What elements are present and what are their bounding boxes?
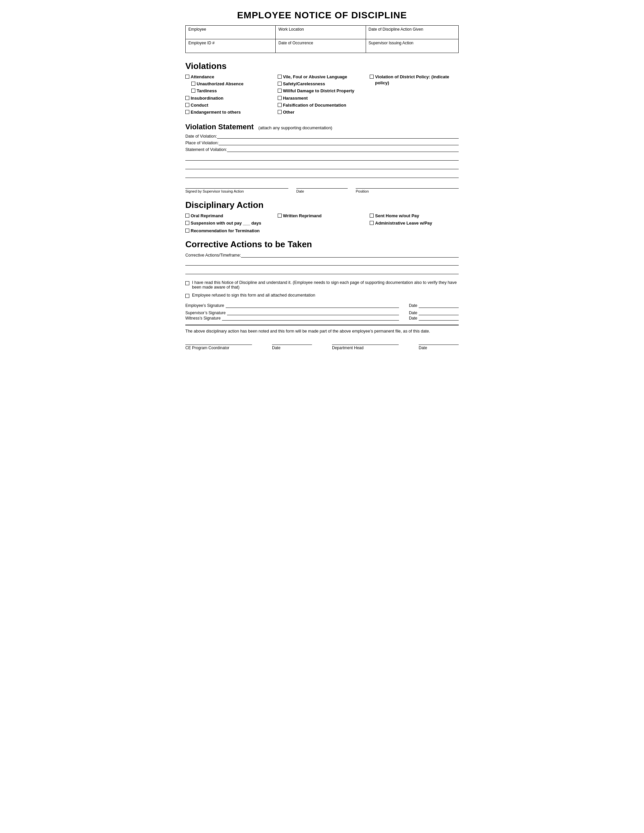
employee-sig-row: Employee’s Signature Date: [185, 302, 459, 308]
supervisor-sig-date: Date: [409, 310, 459, 315]
violation-statement-section: Violation Statement (attach any supporti…: [185, 122, 459, 193]
violation-conduct: Conduct: [185, 102, 274, 108]
vs-title: Violation Statement (attach any supporti…: [185, 122, 459, 131]
supervisor-signature-row: Signed by Supervisor Issuing Action Date…: [185, 183, 459, 193]
checkbox-tardiness[interactable]: [192, 88, 195, 93]
checkbox-sent-home[interactable]: [370, 214, 374, 217]
disciplinary-action-section: Disciplinary Action Oral Reprimand Suspe…: [185, 200, 459, 234]
notice-refused: Employee refused to sign this form and a…: [185, 293, 459, 298]
dept-date-block: Date: [419, 339, 459, 350]
checkbox-insubordination[interactable]: [185, 96, 189, 100]
violations-col3: Violation of District Policy: (indicate …: [370, 74, 459, 115]
date-of-violation-field: Date of Violation:: [185, 133, 459, 138]
violation-endangerment: Endangerment to others: [185, 109, 274, 115]
footer-sig-row: CE Program Coordinator Date Department H…: [185, 339, 459, 350]
violation-falsification: Falsification of Documentation: [278, 102, 367, 108]
disc-col3: Sent Home w/out Pay Administrative Leave…: [370, 213, 459, 234]
violation-willful-damage: Willful Damage to District Property: [278, 88, 367, 94]
violation-unauthorized: Unauthorized Absence: [192, 81, 274, 87]
page-title: EMPLOYEE NOTICE OF DISCIPLINE: [185, 10, 459, 21]
supervisor-date-block: Date: [296, 183, 348, 193]
disc-oral-reprimand: Oral Reprimand: [185, 213, 274, 219]
signatures-section: Employee’s Signature Date Supervisor’s S…: [185, 302, 459, 320]
disc-written-reprimand: Written Reprimand: [278, 213, 367, 219]
violation-vile-language: Vile, Foul or Abusive Language: [278, 74, 367, 80]
corrective-actions-section: Corrective Actions to be Taken Correctiv…: [185, 239, 459, 274]
checkbox-termination[interactable]: [185, 228, 189, 233]
statement-of-violation-field: Statement of Voilation:: [185, 146, 459, 152]
employee-label: Employee: [186, 26, 276, 39]
checkbox-suspension[interactable]: [185, 221, 189, 225]
checkbox-read-notice[interactable]: [185, 281, 189, 285]
violation-other: Other: [278, 109, 367, 115]
checkbox-district-policy[interactable]: [370, 75, 374, 79]
checkbox-other[interactable]: [278, 110, 282, 114]
footer-section: The above disciplinary action has been n…: [185, 325, 459, 351]
violations-col1: Attendance Unauthorized Absence Tardines…: [185, 74, 274, 115]
checkbox-falsification[interactable]: [278, 103, 282, 107]
ce-coordinator-block: CE Program Coordinator: [185, 339, 252, 350]
date-discipline-label: Date of Discipline Action Given: [365, 26, 458, 39]
ce-date-block: Date: [272, 339, 312, 350]
supervisor-position-block: Position: [356, 183, 459, 193]
supervisor-sig-row-2: Supervisor’s Signature Date: [185, 310, 459, 315]
violation-district-policy: Violation of District Policy: (indicate …: [370, 74, 459, 86]
disciplinary-title: Disciplinary Action: [185, 200, 459, 210]
work-location-label: Work Location: [276, 26, 365, 39]
notice-read: I have read this Notice of Discipline an…: [185, 280, 459, 289]
violation-tardiness: Tardiness: [192, 88, 274, 94]
notice-section: I have read this Notice of Discipline an…: [185, 280, 459, 298]
checkbox-refused[interactable]: [185, 294, 189, 298]
corrective-lines: [185, 259, 459, 274]
header-table: Employee Work Location Date of Disciplin…: [185, 25, 459, 53]
checkbox-harassment[interactable]: [278, 96, 282, 100]
place-of-violation-field: Place of Violation:: [185, 140, 459, 145]
supervisor-sig-block: Signed by Supervisor Issuing Action: [185, 183, 288, 193]
violation-harassment: Harassment: [278, 95, 367, 101]
checkbox-willful[interactable]: [278, 88, 282, 93]
violation-statement-lines: [185, 154, 459, 178]
disc-col2: Written Reprimand: [278, 213, 367, 234]
disc-col1: Oral Reprimand Suspension with out pay _…: [185, 213, 274, 234]
violations-section: Violations Attendance Unauthorized Absen…: [185, 61, 459, 115]
date-occurrence-label: Date of Occurrence: [276, 39, 365, 53]
disc-sent-home: Sent Home w/out Pay: [370, 213, 459, 219]
disc-admin-leave: Administrative Leave w/Pay: [370, 220, 459, 226]
corrective-field: Corrective Actions/Timeframe:: [185, 252, 459, 257]
witness-sig-row: Witness’s Signature Date: [185, 315, 459, 320]
violation-insubordination: Insubordination: [185, 95, 274, 101]
violations-col2: Vile, Foul or Abusive Language Safety/Ca…: [278, 74, 367, 115]
checkbox-written-reprimand[interactable]: [278, 214, 282, 217]
dept-head-block: Department Head: [332, 339, 399, 350]
violation-attendance: Attendance: [185, 74, 274, 80]
checkbox-safety[interactable]: [278, 82, 282, 86]
checkbox-vile[interactable]: [278, 75, 282, 79]
disciplinary-items: Oral Reprimand Suspension with out pay _…: [185, 213, 459, 234]
violations-title: Violations: [185, 61, 459, 71]
supervisor-label: Supervisor Issuing Action: [365, 39, 458, 53]
checkbox-attendance[interactable]: [185, 75, 189, 79]
witness-sig-name: Witness’s Signature: [185, 315, 399, 320]
corrective-title: Corrective Actions to be Taken: [185, 239, 459, 249]
checkbox-admin-leave[interactable]: [370, 221, 374, 225]
employee-sig-date: Date: [409, 302, 459, 308]
violation-safety: Safety/Carelessness: [278, 81, 367, 87]
supervisor-sig-name: Supervisor’s Signature: [185, 310, 399, 315]
checkbox-oral-reprimand[interactable]: [185, 214, 189, 217]
employee-id-label: Employee ID #: [186, 39, 276, 53]
checkbox-endangerment[interactable]: [185, 110, 189, 114]
witness-sig-date: Date: [409, 315, 459, 320]
disc-suspension: Suspension with out pay ___ days: [185, 220, 274, 226]
footer-text: The above disciplinary action has been n…: [185, 328, 459, 334]
disc-termination: Recommendation for Termination: [185, 228, 274, 234]
checkbox-conduct[interactable]: [185, 103, 189, 107]
checkbox-unauthorized[interactable]: [192, 82, 195, 86]
employee-sig-name: Employee’s Signature: [185, 302, 399, 308]
